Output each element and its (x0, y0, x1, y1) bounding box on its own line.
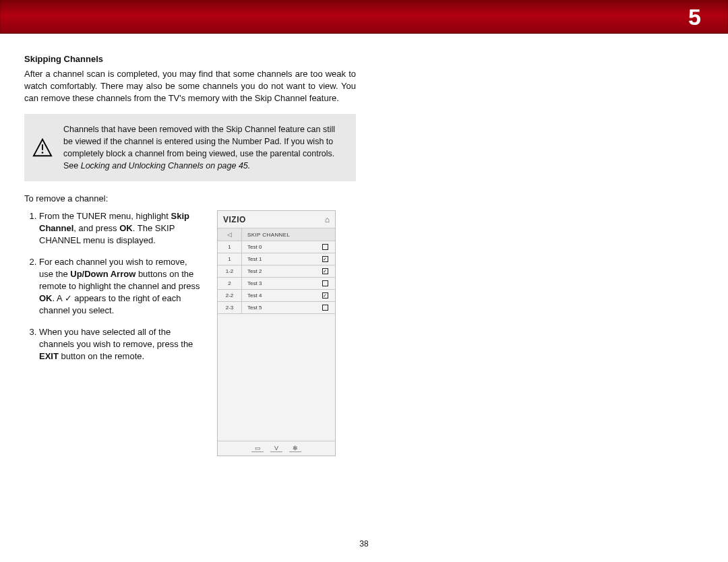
channel-number: 1-2 (218, 266, 242, 277)
wide-icon[interactable]: ▭ (251, 445, 264, 452)
warning-text: Channels that have been removed with the… (63, 123, 345, 172)
v-icon[interactable]: V (270, 445, 282, 452)
channel-name: Test 3 (242, 280, 315, 286)
checkbox-empty-icon (322, 305, 328, 311)
header-bar: 5 (0, 0, 728, 34)
svg-point-2 (42, 152, 44, 154)
channel-number: 2-3 (218, 302, 242, 313)
back-icon[interactable]: ◁ (218, 228, 242, 241)
tv-body-fill (218, 314, 335, 441)
channel-checkbox[interactable]: ✓ (315, 268, 335, 274)
channel-name: Test 1 (242, 256, 315, 262)
vizio-logo: VIZIO (223, 215, 246, 224)
channel-number: 1 (218, 253, 242, 265)
gear-icon[interactable]: ✻ (289, 445, 301, 452)
channel-checkbox[interactable] (315, 280, 335, 286)
section-lead: After a channel scan is completed, you m… (24, 68, 356, 104)
checkbox-empty-icon (322, 244, 328, 250)
tv-menu: VIZIO ⌂ ◁ SKIP CHANNEL 1Test 01Test 1✓1-… (217, 210, 336, 456)
channel-row[interactable]: 1-2Test 2✓ (218, 266, 335, 278)
channel-checkbox[interactable]: ✓ (315, 292, 335, 299)
tv-footer: ▭ V ✻ (218, 441, 335, 456)
warning-icon (32, 123, 53, 172)
page-body: Skipping Channels After a channel scan i… (0, 34, 728, 456)
page-number: 38 (0, 539, 728, 549)
channel-name: Test 0 (242, 244, 315, 250)
channel-name: Test 4 (242, 292, 315, 299)
steps-list: From the TUNER menu, highlight Skip Chan… (24, 210, 201, 456)
channel-checkbox[interactable] (315, 244, 335, 250)
channel-number: 2 (218, 278, 242, 289)
channel-number: 2-2 (218, 290, 242, 301)
step-1: From the TUNER menu, highlight Skip Chan… (39, 210, 201, 247)
section-title: Skipping Channels (24, 54, 356, 64)
steps-intro: To remove a channel: (24, 193, 356, 204)
channel-checkbox[interactable] (315, 305, 335, 311)
warning-note: Channels that have been removed with the… (24, 114, 356, 181)
chapter-number: 5 (688, 4, 701, 30)
checkbox-checked-icon: ✓ (322, 256, 328, 262)
channel-checkbox[interactable]: ✓ (315, 256, 335, 262)
step-2: For each channel you wish to remove, use… (39, 256, 201, 317)
checkbox-checked-icon: ✓ (322, 268, 328, 274)
checkbox-checked-icon: ✓ (322, 292, 328, 299)
channel-row[interactable]: 1Test 0 (218, 241, 335, 253)
checkbox-empty-icon (322, 280, 328, 286)
channel-name: Test 2 (242, 268, 315, 274)
warning-link: Locking and Unlocking Channels on page 4… (81, 161, 251, 170)
channel-row[interactable]: 2-2Test 4✓ (218, 290, 335, 302)
checkmark-glyph: ✓ (65, 293, 72, 303)
step-3: When you have selected all of the channe… (39, 326, 201, 363)
tv-header: VIZIO ⌂ (218, 211, 335, 228)
tv-title-row: ◁ SKIP CHANNEL (218, 228, 335, 241)
tv-menu-title: SKIP CHANNEL (242, 232, 290, 238)
channel-name: Test 5 (242, 305, 315, 311)
tv-rows: 1Test 01Test 1✓1-2Test 2✓2Test 32-2Test … (218, 241, 335, 314)
channel-row[interactable]: 1Test 1✓ (218, 253, 335, 266)
channel-number: 1 (218, 241, 242, 253)
home-icon[interactable]: ⌂ (325, 215, 330, 224)
channel-row[interactable]: 2-3Test 5 (218, 302, 335, 314)
channel-row[interactable]: 2Test 3 (218, 278, 335, 290)
